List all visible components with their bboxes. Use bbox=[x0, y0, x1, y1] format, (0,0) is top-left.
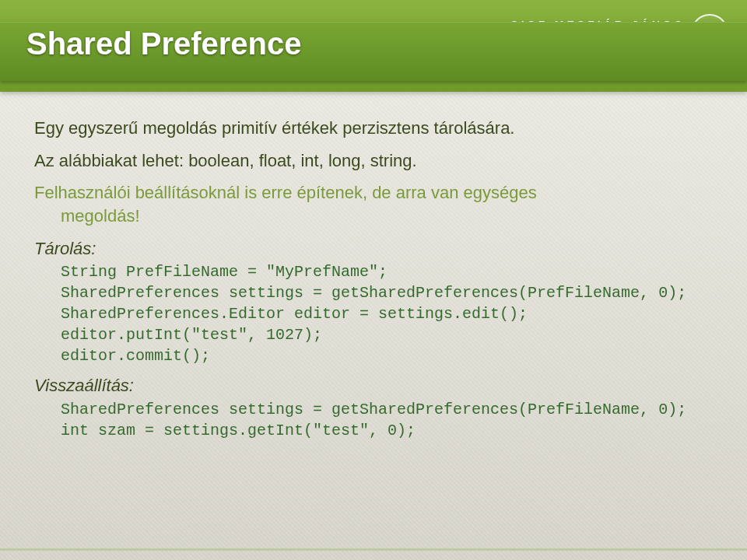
paragraph-note-line1: Felhasználói beállításoknál is erre épít… bbox=[34, 183, 537, 202]
paragraph-note-line2: megoldás! bbox=[34, 205, 713, 228]
label-restore: Visszaállítás: bbox=[34, 374, 713, 397]
label-store: Tárolás: bbox=[34, 237, 713, 261]
code-restore: SharedPreferences settings = getSharedPr… bbox=[61, 399, 713, 441]
footer-divider bbox=[0, 548, 747, 551]
content-area: Egy egyszerű megoldás primitív értékek p… bbox=[34, 117, 713, 449]
paragraph-intro: Egy egyszerű megoldás primitív értékek p… bbox=[34, 117, 713, 140]
title-bar: Shared Preference bbox=[0, 22, 747, 81]
paragraph-types: Az alábbiakat lehet: boolean, float, int… bbox=[34, 149, 713, 173]
paragraph-note: Felhasználói beállításoknál is erre épít… bbox=[34, 181, 713, 227]
page-title: Shared Preference bbox=[26, 26, 302, 61]
code-store: String PrefFileName = "MyPrefName"; Shar… bbox=[61, 261, 713, 366]
